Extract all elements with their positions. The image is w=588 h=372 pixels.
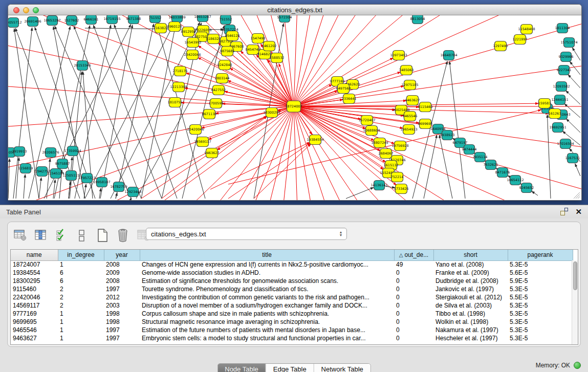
table-cell[interactable]: Genome-wide association studies in ADHD. [140,269,394,277]
table-cell[interactable]: Changes of HCN gene expression and I(f) … [140,260,394,269]
table-cell[interactable]: Estimation of the future numbers of pati… [140,326,394,334]
network-view-window[interactable]: citations_edges.txt 18724007140557122069… [8,4,582,201]
network-node[interactable]: 8471676 [495,168,510,178]
table-cell[interactable]: 1997 [104,285,140,293]
network-node[interactable]: 15720407 [358,116,375,125]
network-node[interactable]: 8427552 [211,85,226,95]
network-node[interactable]: 1588532 [270,53,285,63]
table-cell[interactable]: 49 [394,260,433,269]
network-node[interactable]: 1461202 [262,41,277,51]
table-cell[interactable]: Tourette syndrome. Phenomenology and cla… [140,285,394,293]
network-node[interactable]: 1811304 [555,24,570,33]
table-cell[interactable]: 5.3E-5 [508,318,573,326]
table-row[interactable]: 911546021997Tourette syndrome. Phenomeno… [11,285,573,293]
close-panel-icon[interactable]: ✕ [575,208,582,215]
table-cell[interactable]: 5.9E-5 [508,277,573,285]
table-settings-icon[interactable] [13,228,28,243]
window-resize-grip[interactable] [572,191,580,199]
table-scrollbar-thumb[interactable] [573,261,577,290]
network-node[interactable]: 8960128 [167,22,182,32]
table-cell[interactable]: 0 [394,277,433,285]
network-node[interactable]: 751552 [149,15,162,23]
table-cell[interactable]: 1997 [104,334,140,342]
table-cell[interactable]: 5.3E-5 [508,301,573,310]
table-cell[interactable]: Structural magnetic resonance image aver… [140,318,394,326]
table-cell[interactable]: 5.3E-5 [508,310,573,318]
table-row[interactable]: 1830029562008Estimation of significance … [11,277,573,285]
table-row[interactable]: 946362711997Embryonic stem cells: a mode… [11,334,573,342]
table-cell[interactable]: 1 [58,318,104,326]
table-cell[interactable]: 2012 [104,293,140,301]
table-cell[interactable]: Embryonic stem cells: a model to study s… [140,334,394,342]
network-node[interactable]: 1810755 [168,98,183,107]
network-node[interactable]: 9329966 [559,52,574,62]
network-node[interactable]: 159583 [538,99,551,108]
table-cell[interactable]: de Silva et al. (2003) [433,301,508,310]
table-cell[interactable]: Franke et al. (2009) [433,269,508,277]
table-cell[interactable]: Wolkin et al. (1998) [433,318,508,326]
clear-selection-icon[interactable] [74,228,90,243]
table-cell[interactable]: 9465546 [11,326,58,334]
network-node[interactable]: 8938923 [440,130,455,140]
network-node[interactable]: 14569117 [194,137,211,147]
network-node[interactable]: 22420046 [187,125,204,135]
network-node[interactable]: 2803144 [215,74,230,83]
network-node[interactable]: 11548498 [518,25,535,34]
table-cell[interactable]: 1 [58,334,104,342]
table-cell[interactable]: 14569117 [11,301,58,310]
table-selector-dropdown[interactable]: citations_edges.txt ▲▼ [146,228,347,240]
table-cell[interactable]: Jankovic et al. (1997) [433,285,508,293]
table-row[interactable]: 946554611997Estimation of the future num… [11,326,573,334]
network-node[interactable]: 16543992 [184,38,201,48]
network-node[interactable]: 8813054 [410,15,425,24]
select-all-icon[interactable] [54,228,69,243]
network-node[interactable]: 14136141 [371,181,387,190]
tab-node-table[interactable]: Node Table [217,364,266,372]
network-node[interactable]: 9699695 [418,119,433,129]
network-node[interactable]: 15751074 [560,38,577,48]
network-node[interactable]: 751552 [220,15,232,25]
table-cell[interactable]: 5.3E-5 [508,260,573,269]
table-cell[interactable]: 2 [58,285,104,293]
table-cell[interactable]: 0 [394,293,433,301]
network-node[interactable]: 9465546 [403,112,418,121]
network-window-titlebar[interactable]: citations_edges.txt [8,5,581,15]
network-node[interactable]: 9474444 [462,145,477,155]
network-canvas[interactable]: 1872400714055712206914061065328715276026… [8,15,581,200]
network-node[interactable]: 19384554 [307,135,323,145]
network-node[interactable]: 12093582 [553,82,570,92]
network-node[interactable]: 10688609 [363,126,380,136]
table-cell[interactable]: 19384554 [11,269,58,277]
table-scrollbar[interactable] [572,260,578,344]
table-row[interactable]: 977716911998Corpus callosum shape and si… [11,310,573,318]
network-node[interactable]: 20206576 [42,148,59,158]
network-node[interactable]: 17359924 [64,146,81,156]
table-cell[interactable]: 9777169 [11,310,58,318]
network-node[interactable]: 1527602 [64,16,79,26]
network-node[interactable]: 8912954 [181,27,196,37]
network-node[interactable]: 8671130 [202,110,217,119]
column-header-name[interactable]: name [11,250,58,260]
network-node[interactable]: 9227341 [557,65,572,75]
network-node[interactable]: 6466161 [84,15,99,25]
table-cell[interactable]: 2008 [104,260,140,269]
table-cell[interactable]: 2008 [104,277,140,285]
network-node[interactable]: 1221997 [513,35,528,45]
table-row[interactable]: 1456911722003Disruption of a novel membe… [11,301,573,310]
network-node[interactable]: 12444151 [551,95,568,105]
table-cell[interactable]: 1 [58,310,104,318]
network-node[interactable]: 7632621 [484,160,498,170]
table-cell[interactable]: 1998 [104,318,140,326]
network-node[interactable]: 12505115 [62,171,79,181]
column-header-year[interactable]: year [104,250,140,260]
float-panel-icon[interactable] [560,208,568,215]
column-header-short[interactable]: short [433,250,508,260]
table-cell[interactable]: Investigating the contribution of common… [140,293,394,301]
table-cell[interactable]: 9463627 [11,334,58,342]
network-node[interactable]: 9875685 [220,47,235,56]
table-cell[interactable]: Stergiakouli et al. (2012) [433,293,508,301]
network-node[interactable]: 10973493 [390,51,407,60]
table-cell[interactable]: 2 [58,293,104,301]
network-node[interactable]: 10719155 [103,15,120,24]
table-cell[interactable]: 0 [394,318,433,326]
